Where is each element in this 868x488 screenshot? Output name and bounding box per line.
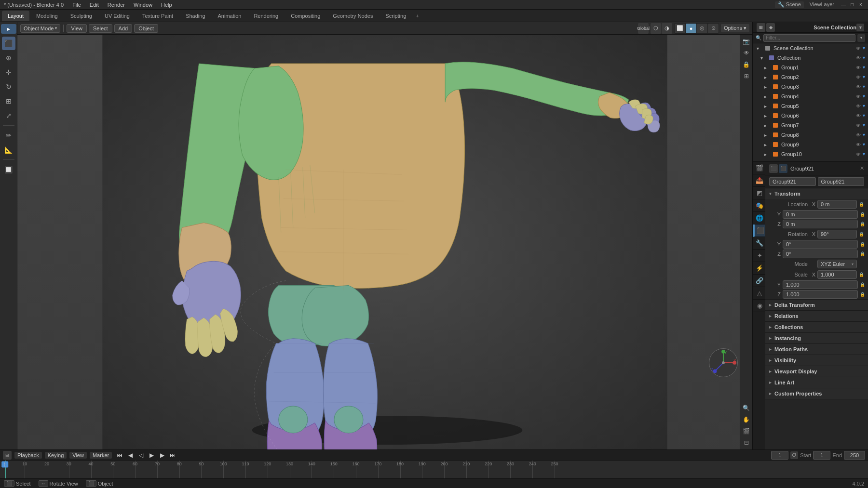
scale-z-input[interactable]: 1.000 — [783, 290, 858, 299]
timeline-jump-start[interactable]: ⏮ — [115, 451, 124, 460]
mode-selector[interactable]: ▶ — [1, 24, 16, 34]
menu-edit[interactable]: Edit — [86, 1, 103, 9]
props-icon-physics[interactable]: ⚡ — [753, 262, 766, 275]
location-z-input[interactable]: 0 m — [783, 220, 858, 228]
motion-paths-header[interactable]: ▸ Motion Paths — [765, 344, 868, 355]
outliner-group8[interactable]: ▸ Group8 👁 ▼ — [753, 130, 868, 140]
instancing-header[interactable]: ▸ Instancing — [765, 333, 868, 343]
props-icon-particles[interactable]: ✦ — [753, 250, 766, 262]
menu-window[interactable]: Window — [130, 1, 156, 9]
outliner-icon-btn-1[interactable]: ⊞ — [757, 23, 765, 32]
outliner-search-input[interactable] — [763, 34, 855, 42]
tool-add[interactable]: 🔲 — [2, 163, 15, 176]
viewport-display-header[interactable]: ▸ Viewport Display — [765, 366, 868, 377]
outliner-group11[interactable]: ▸ Group11 👁 ▼ — [753, 159, 868, 161]
props-icon-data[interactable]: △ — [753, 287, 766, 300]
scale-y-input[interactable]: 1.000 — [783, 280, 858, 289]
shading-solid[interactable]: ● — [686, 24, 696, 33]
delta-transform-header[interactable]: ▸ Delta Transform — [765, 300, 868, 310]
shading-rendered[interactable]: ⊙ — [708, 24, 719, 33]
props-icon-output[interactable]: 📤 — [753, 174, 766, 187]
timeline-current-frame[interactable]: 1 — [771, 451, 788, 460]
location-x-lock[interactable]: 🔒 — [859, 202, 864, 207]
obj-header-btn1[interactable]: ⬛ — [769, 164, 778, 173]
visibility-header[interactable]: ▸ Visibility — [765, 355, 868, 366]
obj-data-name-input[interactable]: Group921 — [818, 177, 865, 186]
viewport-add-btn[interactable]: Add — [114, 24, 133, 33]
props-icon-constraints[interactable]: 🔗 — [753, 275, 766, 287]
outliner-group4[interactable]: ▸ Group4 👁 ▼ — [753, 92, 868, 101]
timeline-play-reverse[interactable]: ◁ — [136, 451, 146, 460]
outliner-group7[interactable]: ▸ Group7 👁 ▼ — [753, 120, 868, 130]
minimize-button[interactable]: — — [840, 1, 847, 8]
timeline-ruler[interactable]: 1 (function() { const ruler = document.g… — [0, 461, 868, 478]
render-engine[interactable]: ViewLayer — [810, 1, 834, 8]
scale-y-lock[interactable]: 🔒 — [860, 282, 865, 287]
vrt-object-visibility[interactable]: 👁 — [742, 48, 751, 58]
transform-header[interactable]: ▾ Transform — [765, 188, 868, 199]
props-icon-render[interactable]: 🎬 — [753, 162, 766, 174]
props-icon-view-layer[interactable]: ◩ — [753, 187, 766, 199]
outliner-collection[interactable]: ▾ Collection 👁 ▼ — [753, 53, 868, 63]
props-icon-object[interactable]: ⬛ — [753, 224, 766, 237]
outliner-scene-collection[interactable]: ▾ Scene Collection 👁 ▼ — [753, 43, 868, 53]
tool-cursor[interactable]: ⊕ — [2, 51, 15, 65]
rotation-z-input[interactable]: 0° — [783, 250, 858, 258]
shading-wireframe[interactable]: ⬜ — [675, 24, 685, 33]
location-x-input[interactable]: 0 m — [817, 200, 857, 209]
scale-x-input[interactable]: 1.000 — [817, 270, 857, 279]
viewport-options-btn[interactable]: Options ▾ — [721, 24, 749, 32]
custom-properties-header[interactable]: ▸ Custom Properties — [765, 388, 868, 399]
props-icon-scene[interactable]: 🎭 — [753, 199, 766, 212]
tab-uv-editing[interactable]: UV Editing — [99, 11, 136, 21]
line-art-header[interactable]: ▸ Line Art — [765, 377, 868, 388]
outliner-eye-btn[interactable]: 👁 — [856, 46, 861, 51]
rotation-z-lock[interactable]: 🔒 — [860, 251, 865, 256]
location-y-input[interactable]: 0 m — [783, 210, 858, 219]
viewport-shading-btn[interactable]: ◑ — [662, 23, 672, 34]
timeline-end-frame[interactable]: 250 — [844, 451, 865, 460]
tab-texture-paint[interactable]: Texture Paint — [136, 11, 179, 21]
vrt-camera[interactable]: 📷 — [742, 37, 751, 46]
viewport-canvas[interactable]: X Y Z 📷 👁 — [17, 35, 752, 449]
viewport-gizmo[interactable]: X Y Z — [709, 348, 743, 382]
vrt-render[interactable]: 🎬 — [742, 426, 751, 436]
tool-select[interactable]: ⬛ — [2, 37, 15, 50]
viewport-object-btn[interactable]: Object — [134, 24, 158, 33]
location-y-lock[interactable]: 🔒 — [860, 212, 865, 217]
collections-header[interactable]: ▸ Collections — [765, 322, 868, 332]
rotation-y-input[interactable]: 0° — [783, 240, 858, 249]
tool-measure[interactable]: 📐 — [2, 143, 15, 157]
vrt-lock[interactable]: 🔒 — [742, 60, 751, 69]
timeline-playback-btn[interactable]: Playback — [14, 452, 42, 459]
props-icon-world[interactable]: 🌐 — [753, 212, 766, 224]
timeline-keying-btn[interactable]: Keying — [45, 452, 67, 459]
tab-shading[interactable]: Shading — [180, 11, 211, 21]
timeline-start-frame[interactable]: 1 — [813, 451, 830, 460]
outliner-coll-tri[interactable]: ▼ — [862, 55, 866, 61]
outliner-filter-btn[interactable]: ▾ — [856, 24, 864, 31]
outliner-search-mode[interactable]: ▾ — [857, 34, 865, 42]
close-button[interactable]: × — [857, 1, 864, 8]
timeline-marker-btn[interactable]: Marker — [90, 452, 112, 459]
viewport-mode-dropdown[interactable]: Object Mode ▾ — [20, 24, 60, 33]
tool-move[interactable]: ✛ — [2, 66, 15, 79]
outliner-collection-tri[interactable]: ▼ — [862, 46, 866, 51]
viewport[interactable]: Object Mode ▾ View Select Add Object Glo… — [17, 22, 752, 449]
obj-header-filter[interactable]: ✕ — [860, 165, 864, 171]
timeline-play[interactable]: ▶ — [147, 451, 156, 460]
menu-help[interactable]: Help — [157, 1, 176, 9]
relations-header[interactable]: ▸ Relations — [765, 311, 868, 321]
menu-render[interactable]: Render — [104, 1, 129, 9]
tool-rotate[interactable]: ↻ — [2, 80, 15, 93]
scale-x-lock[interactable]: 🔒 — [859, 272, 864, 277]
rotation-mode-dropdown[interactable]: XYZ Euler ▾ — [817, 260, 857, 268]
outliner-icon-btn-2[interactable]: ◈ — [766, 23, 775, 32]
props-icon-modifiers[interactable]: 🔧 — [753, 237, 766, 250]
viewport-overlay-btn[interactable]: ⬡ — [651, 23, 661, 34]
outliner-group1[interactable]: ▸ Group1 👁 ▼ — [753, 63, 868, 72]
tab-scripting[interactable]: Scripting — [380, 11, 412, 21]
outliner-coll-eye[interactable]: 👁 — [856, 55, 861, 61]
tool-transform[interactable]: ⤢ — [2, 109, 15, 122]
vrt-search[interactable]: 🔍 — [742, 403, 751, 413]
